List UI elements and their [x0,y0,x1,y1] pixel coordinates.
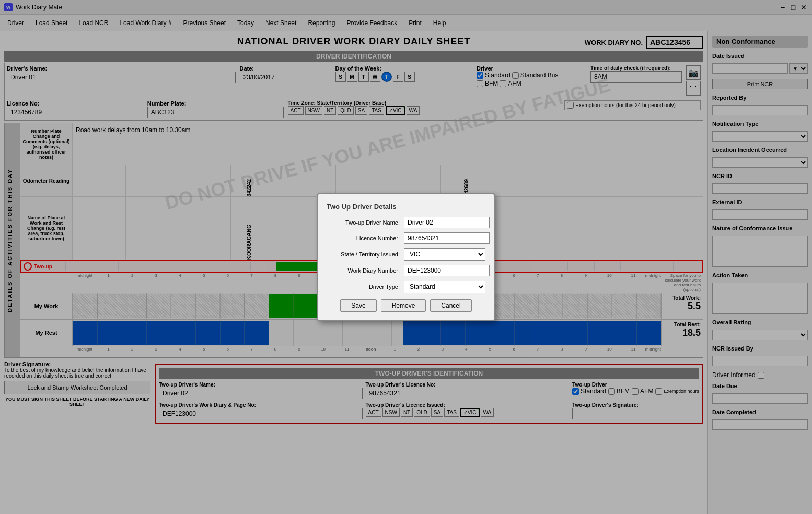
dialog-state-label: State / Territory Issued: [327,251,400,258]
dialog-title: Two Up Driver Details [327,203,485,211]
dialog-name-label: Two-up Driver Name: [327,219,400,226]
dialog-save-button[interactable]: Save [340,299,376,312]
dialog-driver-type-label: Driver Type: [327,284,400,290]
dialog-licence-input[interactable] [404,232,490,244]
dialog-driver-type-select[interactable]: Standard BFM AFM [404,281,485,293]
dialog-name-input[interactable] [404,217,490,228]
dialog-work-diary-input[interactable] [404,265,490,276]
dialog-remove-button[interactable]: Remove [381,299,426,312]
dialog-overlay: Two Up Driver Details Two-up Driver Name… [0,0,812,514]
dialog-work-diary-label: Work Diary Number: [327,267,400,274]
dialog-cancel-button[interactable]: Cancel [430,299,471,312]
dialog-licence-label: Licence Number: [327,235,400,241]
two-up-dialog: Two Up Driver Details Two-up Driver Name… [317,193,495,321]
dialog-state-select[interactable]: ACT NSW NT QLD SA TAS VIC WA [404,248,485,261]
